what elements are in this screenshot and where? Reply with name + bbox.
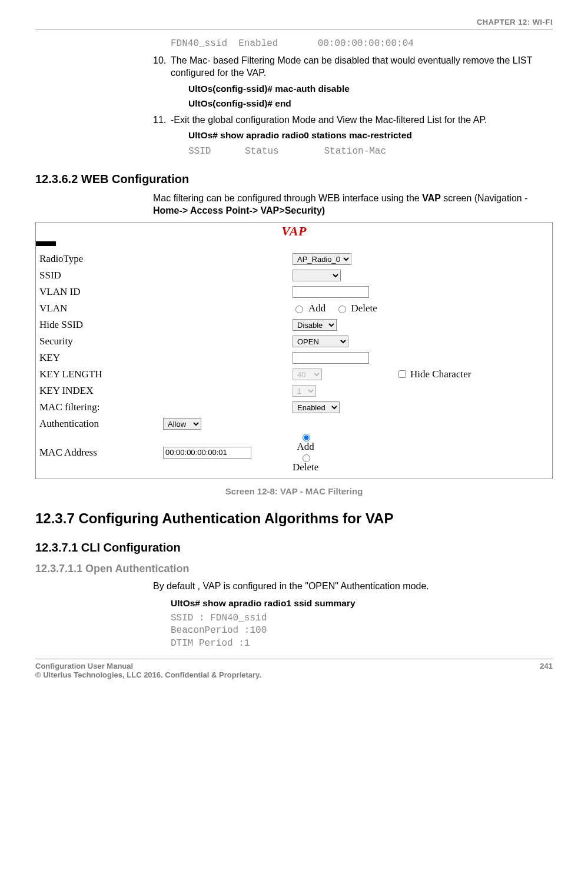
- top-rule: [35, 29, 553, 29]
- macfilt-label: MAC filtering:: [39, 401, 163, 413]
- macaddr-delete-radio[interactable]: [303, 454, 310, 462]
- radiotype-select[interactable]: AP_Radio_0: [293, 253, 351, 265]
- macaddr-label: MAC Address: [39, 447, 163, 459]
- command: UltOs(config-ssid)# mac-auth disable: [188, 83, 553, 95]
- key-label: KEY: [39, 352, 163, 364]
- hidessid-select[interactable]: Disable: [293, 319, 337, 331]
- macaddr-delete-label: Delete: [293, 462, 318, 473]
- hidechar-label: Hide Character: [410, 368, 471, 380]
- vap-screenshot: VAP RadioType AP_Radio_0 SSID: [35, 222, 553, 479]
- security-select[interactable]: OPEN: [293, 336, 348, 347]
- keyidx-select[interactable]: 1: [293, 385, 316, 397]
- step-10: 10. The Mac- based Filtering Mode can be…: [153, 54, 553, 110]
- black-bar: [36, 241, 56, 246]
- section-12-3-7-1-1: 12.3.7.1.1 Open Authentication: [35, 563, 553, 575]
- output: SSID Status Station-Mac: [188, 146, 386, 157]
- macaddr-input[interactable]: [163, 447, 251, 459]
- footer-copyright: © Ulterius Technologies, LLC 2016. Confi…: [35, 670, 261, 679]
- auth-select[interactable]: Allow: [163, 418, 201, 430]
- security-label: Security: [39, 336, 163, 347]
- vlan-delete-radio[interactable]: [338, 305, 346, 313]
- keylen-label: KEY LENGTH: [39, 368, 163, 380]
- macfilt-select[interactable]: Enabled: [293, 401, 340, 413]
- webcfg-paragraph: Mac filtering can be configured through …: [153, 192, 553, 217]
- hidechar-checkbox[interactable]: [398, 370, 406, 378]
- vlan-add-radio[interactable]: [295, 305, 303, 313]
- bottom-rule: [35, 659, 553, 659]
- code-line: FDN40_ssid Enabled 00:00:00:00:00:04: [171, 38, 553, 51]
- vlan-delete-label: Delete: [351, 303, 377, 314]
- step-text: The Mac- based Filtering Mode can be dis…: [171, 55, 532, 78]
- output: SSID : FDN40_ssid: [171, 612, 553, 625]
- ssid-select[interactable]: [293, 270, 341, 281]
- step-number: 10.: [153, 54, 166, 67]
- section-12-3-7: 12.3.7 Configuring Authentication Algori…: [35, 510, 553, 527]
- hidessid-label: Hide SSID: [39, 319, 163, 331]
- key-input[interactable]: [293, 352, 369, 364]
- output: BeaconPeriod :100: [171, 625, 553, 637]
- chapter-header: CHAPTER 12: WI-FI: [35, 18, 553, 26]
- footer-title: Configuration User Manual: [35, 662, 261, 670]
- open-auth-text: By default , VAP is configured in the "O…: [153, 580, 553, 593]
- vlan-add-label: Add: [308, 303, 325, 314]
- step-11: 11. -Exit the global configuration Mode …: [153, 114, 553, 158]
- output: DTIM Period :1: [171, 637, 553, 650]
- section-12-3-6-2: 12.3.6.2 WEB Configuration: [35, 172, 553, 186]
- page-number: 241: [540, 662, 553, 679]
- radiotype-label: RadioType: [39, 253, 163, 265]
- macaddr-add-radio[interactable]: [303, 434, 310, 441]
- command: UltOs# show apradio radio0 stations mac-…: [188, 129, 553, 142]
- section-12-3-7-1: 12.3.7.1 CLI Configuration: [35, 541, 553, 554]
- command: UltOs# show apradio radio1 ssid summary: [171, 597, 553, 610]
- step-text: -Exit the global configuration Mode and …: [171, 115, 487, 125]
- vlanid-input[interactable]: [293, 286, 369, 298]
- macaddr-add-label: Add: [297, 441, 314, 453]
- ssid-label: SSID: [39, 270, 163, 281]
- figure-caption: Screen 12-8: VAP - MAC Filtering: [35, 486, 553, 496]
- vap-title: VAP: [36, 223, 552, 241]
- step-number: 11.: [153, 114, 166, 127]
- vlanid-label: VLAN ID: [39, 286, 163, 298]
- command: UltOs(config-ssid)# end: [188, 98, 553, 110]
- auth-label: Authentication: [39, 418, 163, 430]
- vlan-label: VLAN: [39, 303, 163, 314]
- keyidx-label: KEY INDEX: [39, 385, 163, 397]
- keylen-select[interactable]: 40: [293, 368, 322, 380]
